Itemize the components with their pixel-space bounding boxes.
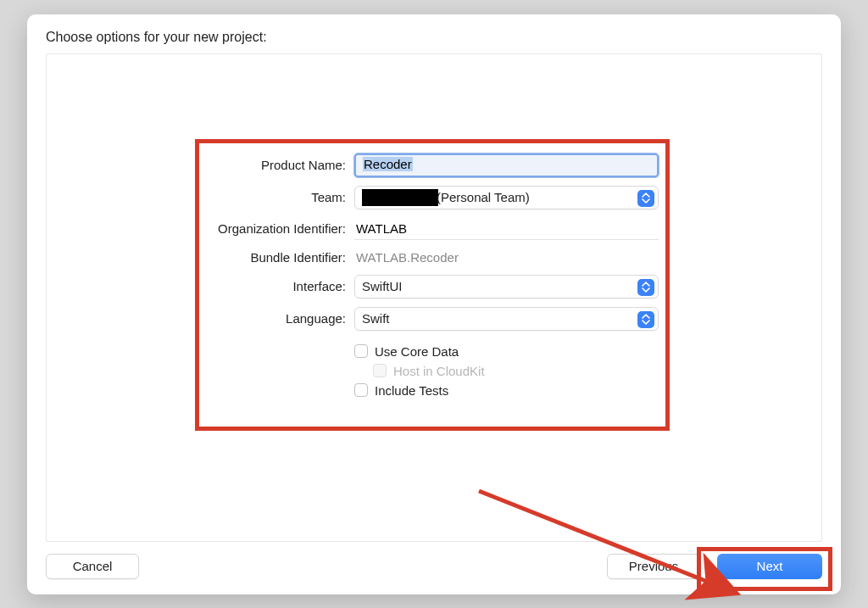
updown-chevron-icon	[637, 190, 654, 207]
button-bar: Cancel Previous Next	[46, 554, 822, 579]
label-team: Team:	[206, 190, 354, 204]
dialog-title: Choose options for your new project:	[46, 30, 822, 45]
new-project-options-dialog: Choose options for your new project: Pro…	[27, 14, 841, 594]
checkbox-label: Host in CloudKit	[393, 364, 485, 378]
checkbox-use-core-data[interactable]: Use Core Data	[354, 344, 659, 359]
row-product-name: Product Name: Recoder	[206, 153, 659, 177]
product-name-input[interactable]: Recoder	[354, 153, 659, 177]
checkbox-icon	[373, 364, 387, 377]
label-bundle-identifier: Bundle Identifier:	[206, 250, 354, 265]
label-language: Language:	[206, 311, 354, 326]
checkbox-include-tests[interactable]: Include Tests	[354, 383, 659, 398]
label-product-name: Product Name:	[206, 158, 354, 172]
previous-button[interactable]: Previous	[607, 554, 700, 579]
checkbox-host-cloudkit: Host in CloudKit	[373, 364, 659, 378]
label-org-identifier: Organization Identifier:	[206, 221, 354, 236]
row-interface: Interface: SwiftUI	[206, 275, 659, 298]
content-frame: Product Name: Recoder Team: (Personal Te…	[46, 53, 822, 542]
updown-chevron-icon	[637, 311, 654, 328]
annotation-arrow	[470, 487, 759, 609]
label-interface: Interface:	[206, 279, 354, 293]
row-language: Language: Swift	[206, 307, 659, 331]
row-checkboxes: Use Core Data Host in CloudKit Include T…	[206, 339, 659, 403]
updown-chevron-icon	[637, 279, 654, 296]
bundle-identifier-value: WATLAB.Recoder	[354, 248, 659, 266]
checkbox-label: Use Core Data	[375, 344, 459, 359]
row-team: Team: (Personal Team)	[206, 186, 659, 209]
team-suffix: (Personal Team)	[437, 190, 530, 204]
language-value: Swift	[362, 311, 390, 326]
team-dropdown[interactable]: (Personal Team)	[354, 186, 659, 209]
cancel-button[interactable]: Cancel	[46, 554, 139, 579]
row-bundle-identifier: Bundle Identifier: WATLAB.Recoder	[206, 248, 659, 266]
row-org-identifier: Organization Identifier:	[206, 218, 659, 240]
org-identifier-input[interactable]	[354, 218, 659, 240]
form-highlight-box: Product Name: Recoder Team: (Personal Te…	[195, 139, 670, 431]
language-dropdown[interactable]: Swift	[354, 307, 659, 331]
interface-dropdown[interactable]: SwiftUI	[354, 275, 659, 298]
next-button[interactable]: Next	[717, 554, 822, 579]
product-name-value: Recoder	[363, 157, 413, 171]
checkbox-label: Include Tests	[375, 383, 448, 398]
team-redacted-name	[362, 189, 438, 206]
checkbox-icon	[354, 344, 368, 358]
checkbox-icon	[354, 383, 368, 397]
interface-value: SwiftUI	[362, 279, 403, 293]
